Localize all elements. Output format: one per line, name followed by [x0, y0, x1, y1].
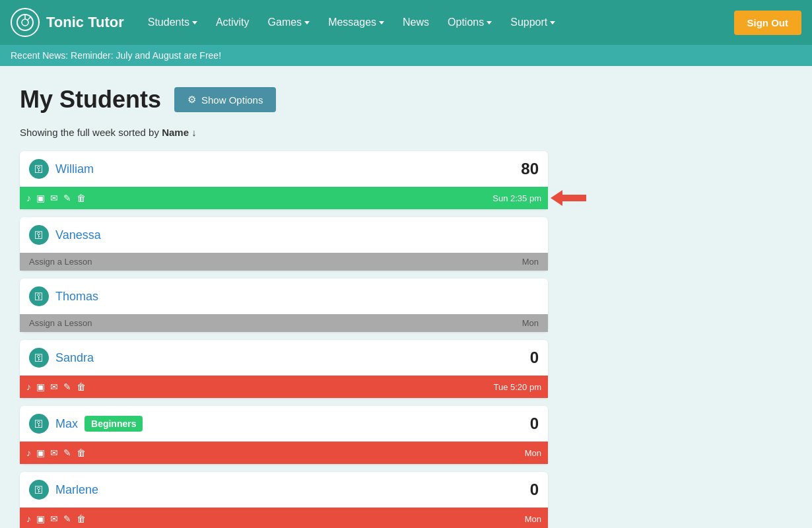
assign-label[interactable]: Assign a Lesson	[29, 318, 92, 328]
trash-icon[interactable]: 🗑	[77, 381, 86, 392]
assign-day: Mon	[522, 318, 539, 328]
student-score: 80	[521, 160, 539, 178]
nav-messages[interactable]: Messages	[320, 11, 392, 34]
student-list: ⚿William80♪▣✉✎🗑Sun 2:35 pm⚿VanessaAssign…	[20, 151, 548, 528]
students-caret	[192, 21, 197, 24]
page-title: My Students	[20, 86, 161, 114]
nav-items: Students Activity Games Messages News Op…	[140, 11, 734, 34]
action-time: Tue 5:20 pm	[493, 382, 541, 392]
message-icon[interactable]: ✉	[50, 381, 58, 392]
assign-row: Assign a LessonMon	[20, 314, 548, 332]
student-name[interactable]: William	[55, 162, 94, 176]
brand: Tonic Tutor	[11, 8, 124, 37]
action-bar: ♪▣✉✎🗑Mon	[20, 442, 548, 464]
student-card: ⚿VanessaAssign a LessonMon	[20, 217, 548, 271]
nav-students[interactable]: Students	[140, 11, 205, 34]
page-header: My Students ⚙ Show Options	[20, 86, 792, 114]
trash-icon[interactable]: 🗑	[77, 513, 86, 524]
sort-field: Name	[162, 127, 189, 138]
arrow-head	[551, 190, 562, 206]
student-score: 0	[530, 348, 539, 367]
sort-info: Showing the full week sorted by Name ↓	[20, 127, 792, 138]
student-card: ⚿Marlene0♪▣✉✎🗑Mon	[20, 472, 548, 528]
student-name[interactable]: Thomas	[55, 290, 98, 304]
nav-games[interactable]: Games	[260, 11, 318, 34]
student-score: 0	[530, 480, 539, 499]
gear-icon: ⚙	[187, 94, 196, 106]
support-caret	[550, 21, 555, 24]
action-bar-wrapper: ♪▣✉✎🗑Mon	[20, 442, 548, 464]
key-icon: ⚿	[29, 348, 49, 368]
pencil-icon[interactable]: ✎	[63, 513, 71, 524]
navbar: Tonic Tutor Students Activity Games Mess…	[0, 0, 812, 45]
action-bar: ♪▣✉✎🗑Tue 5:20 pm	[20, 376, 548, 398]
news-banner: Recent News: Reminder: July and August a…	[0, 45, 812, 66]
action-time: Mon	[525, 448, 541, 458]
message-icon[interactable]: ✉	[50, 447, 58, 458]
message-icon[interactable]: ✉	[50, 193, 58, 203]
student-row: ⚿William80	[20, 151, 548, 187]
student-name[interactable]: Max	[55, 417, 78, 431]
key-icon: ⚿	[29, 225, 49, 245]
main-content: My Students ⚙ Show Options Showing the f…	[0, 66, 812, 528]
assign-day: Mon	[522, 257, 539, 267]
monitor-icon[interactable]: ▣	[36, 513, 45, 524]
message-icon[interactable]: ✉	[50, 513, 58, 524]
assign-row: Assign a LessonMon	[20, 253, 548, 271]
action-bar: ♪▣✉✎🗑Sun 2:35 pm	[20, 187, 548, 209]
key-icon: ⚿	[29, 480, 49, 500]
nav-activity[interactable]: Activity	[208, 11, 257, 34]
student-row: ⚿Sandra0	[20, 340, 548, 376]
student-badge: Beginners	[85, 416, 143, 432]
key-icon: ⚿	[29, 414, 49, 434]
pencil-icon[interactable]: ✎	[63, 381, 71, 392]
student-row: ⚿MaxBeginners0	[20, 406, 548, 442]
monitor-icon[interactable]: ▣	[36, 381, 45, 392]
student-card: ⚿Sandra0♪▣✉✎🗑Tue 5:20 pm	[20, 340, 548, 398]
assign-label[interactable]: Assign a Lesson	[29, 257, 92, 267]
action-bar-wrapper: ♪▣✉✎🗑Tue 5:20 pm	[20, 376, 548, 398]
music-icon[interactable]: ♪	[26, 381, 31, 392]
action-bar: ♪▣✉✎🗑Mon	[20, 508, 548, 528]
signout-button[interactable]: Sign Out	[734, 11, 802, 35]
student-score: 0	[530, 414, 539, 433]
monitor-icon[interactable]: ▣	[36, 447, 45, 458]
student-row: ⚿Thomas	[20, 279, 548, 314]
games-caret	[304, 21, 310, 24]
svg-line-3	[28, 17, 31, 20]
monitor-icon[interactable]: ▣	[36, 193, 45, 203]
music-icon[interactable]: ♪	[26, 193, 31, 203]
pencil-icon[interactable]: ✎	[63, 447, 71, 458]
student-row: ⚿Marlene0	[20, 472, 548, 508]
action-time: Sun 2:35 pm	[492, 193, 541, 203]
student-name[interactable]: Marlene	[55, 483, 98, 497]
action-bar-wrapper: ♪▣✉✎🗑Mon	[20, 508, 548, 528]
brand-title: Tonic Tutor	[46, 14, 124, 31]
key-icon: ⚿	[29, 286, 49, 306]
student-name[interactable]: Vanessa	[55, 228, 101, 242]
red-arrow-indicator	[551, 190, 586, 206]
student-card: ⚿MaxBeginners0♪▣✉✎🗑Mon	[20, 406, 548, 464]
action-bar-wrapper: ♪▣✉✎🗑Sun 2:35 pm	[20, 187, 548, 209]
options-caret	[487, 21, 492, 24]
key-icon: ⚿	[29, 159, 49, 179]
pencil-icon[interactable]: ✎	[63, 193, 71, 203]
nav-options[interactable]: Options	[440, 11, 500, 34]
trash-icon[interactable]: 🗑	[77, 193, 86, 203]
music-icon[interactable]: ♪	[26, 513, 31, 524]
nav-support[interactable]: Support	[502, 11, 563, 34]
arrow-body	[562, 195, 586, 201]
show-options-button[interactable]: ⚙ Show Options	[174, 87, 276, 112]
trash-icon[interactable]: 🗑	[77, 447, 86, 458]
student-card: ⚿ThomasAssign a LessonMon	[20, 279, 548, 332]
messages-caret	[379, 21, 384, 24]
logo	[11, 8, 40, 37]
student-row: ⚿Vanessa	[20, 217, 548, 253]
student-name[interactable]: Sandra	[55, 351, 94, 365]
action-time: Mon	[525, 514, 541, 524]
student-card: ⚿William80♪▣✉✎🗑Sun 2:35 pm	[20, 151, 548, 209]
nav-news[interactable]: News	[395, 11, 437, 34]
music-icon[interactable]: ♪	[26, 447, 31, 458]
